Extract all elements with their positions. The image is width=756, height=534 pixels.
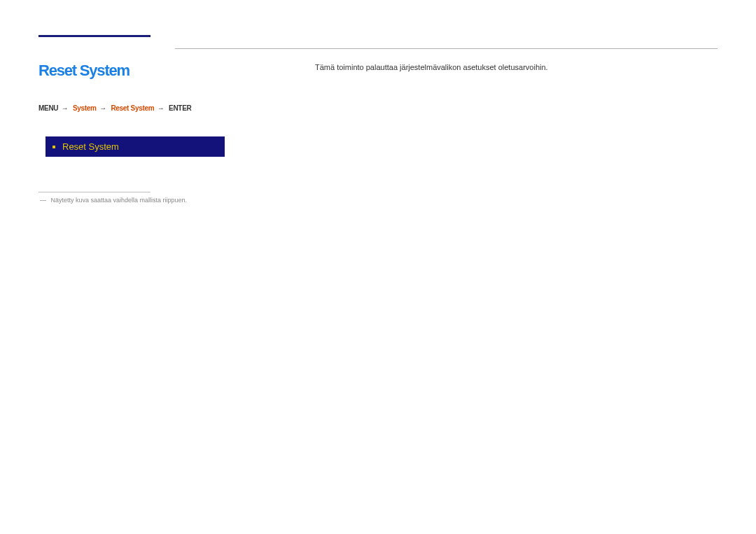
breadcrumb: MENU → System → Reset System → ENTER — [38, 104, 276, 112]
left-column: Reset System MENU → System → Reset Syste… — [38, 62, 276, 204]
page-container: Reset System MENU → System → Reset Syste… — [0, 0, 756, 239]
breadcrumb-separator-icon: → — [156, 104, 167, 112]
menu-icon: MENU — [38, 104, 58, 112]
breadcrumb-separator-icon: → — [98, 104, 109, 112]
top-accent-bar — [38, 35, 150, 37]
breadcrumb-action-enter: ENTER — [169, 104, 191, 112]
dash-icon: ― — [40, 197, 49, 204]
breadcrumb-item-system: System — [73, 104, 97, 112]
footnote-divider — [38, 192, 150, 192]
footnote: ― Näytetty kuva saattaa vaihdella mallis… — [40, 197, 276, 204]
content-row: Reset System MENU → System → Reset Syste… — [38, 62, 718, 204]
breadcrumb-item-reset-system: Reset System — [111, 104, 154, 112]
section-title: Reset System — [38, 62, 276, 80]
feature-description: Tämä toiminto palauttaa järjestelmävalik… — [315, 62, 718, 73]
footnote-text: Näytetty kuva saattaa vaihdella mallista… — [51, 197, 188, 204]
osd-menu-item-reset-system: Reset System — [46, 136, 225, 157]
horizontal-divider — [175, 48, 718, 49]
osd-menu-item-label: Reset System — [62, 141, 119, 152]
menu-item-dot-icon — [52, 146, 55, 148]
right-column: Tämä toiminto palauttaa järjestelmävalik… — [276, 62, 718, 204]
osd-menu-screenshot: Reset System — [46, 136, 225, 157]
breadcrumb-separator-icon: → — [60, 104, 71, 112]
